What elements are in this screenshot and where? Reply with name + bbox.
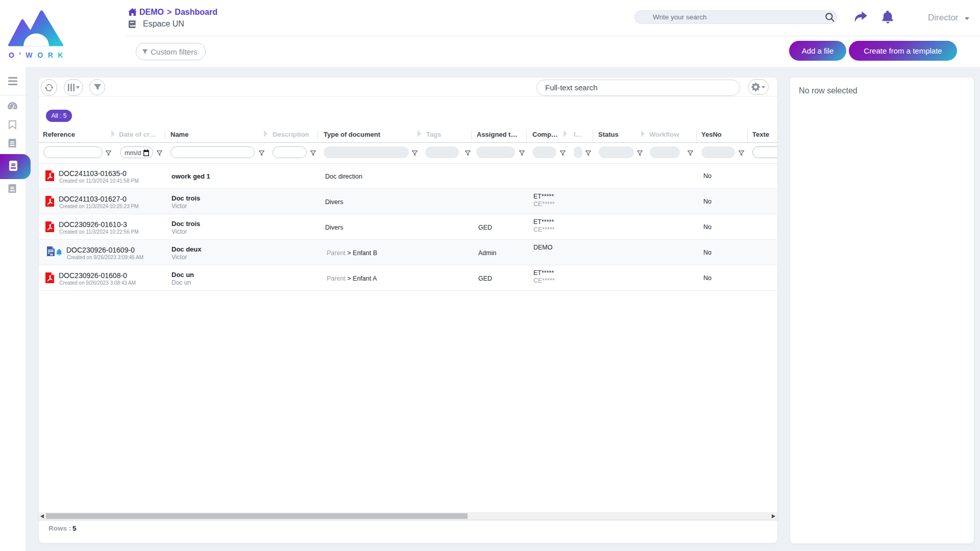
- svg-text:w: w: [50, 253, 53, 256]
- svg-text:O'WORK: O'WORK: [9, 51, 64, 59]
